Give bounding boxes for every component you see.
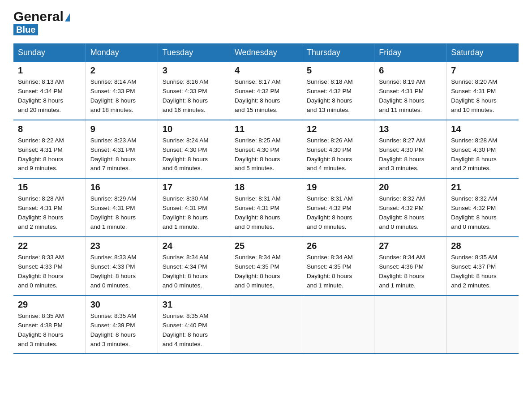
calendar-cell [374,295,446,354]
day-number: 20 [379,182,442,193]
calendar-cell: 20Sunrise: 8:32 AMSunset: 4:32 PMDayligh… [374,178,446,237]
day-info: Sunrise: 8:13 AMSunset: 4:34 PMDaylight:… [18,77,81,115]
day-info: Sunrise: 8:35 AMSunset: 4:38 PMDaylight:… [18,312,81,349]
week-row-5: 29Sunrise: 8:35 AMSunset: 4:38 PMDayligh… [13,295,519,354]
day-info: Sunrise: 8:30 AMSunset: 4:31 PMDaylight:… [163,194,225,232]
calendar-cell: 19Sunrise: 8:31 AMSunset: 4:32 PMDayligh… [302,178,374,237]
day-number: 17 [163,182,225,193]
day-number: 16 [90,182,153,193]
day-info: Sunrise: 8:35 AMSunset: 4:37 PMDaylight:… [451,253,514,291]
calendar-cell: 24Sunrise: 8:34 AMSunset: 4:34 PMDayligh… [158,237,230,295]
day-number: 21 [451,182,514,193]
calendar-cell: 21Sunrise: 8:32 AMSunset: 4:32 PMDayligh… [446,178,519,237]
calendar-cell: 9Sunrise: 8:23 AMSunset: 4:31 PMDaylight… [86,120,158,179]
day-number: 26 [307,241,369,251]
day-info: Sunrise: 8:25 AMSunset: 4:30 PMDaylight:… [235,136,297,174]
week-row-1: 1Sunrise: 8:13 AMSunset: 4:34 PMDaylight… [13,62,519,120]
day-info: Sunrise: 8:34 AMSunset: 4:35 PMDaylight:… [235,253,297,291]
calendar-cell: 26Sunrise: 8:34 AMSunset: 4:35 PMDayligh… [302,237,374,295]
calendar-cell [302,295,374,354]
calendar-cell: 23Sunrise: 8:33 AMSunset: 4:33 PMDayligh… [86,237,158,295]
calendar-cell: 17Sunrise: 8:30 AMSunset: 4:31 PMDayligh… [158,178,230,237]
header-sunday: Sunday [13,43,86,62]
day-number: 27 [379,241,442,251]
day-number: 4 [235,65,297,76]
calendar-cell: 10Sunrise: 8:24 AMSunset: 4:30 PMDayligh… [158,120,230,179]
day-info: Sunrise: 8:23 AMSunset: 4:31 PMDaylight:… [90,136,153,174]
calendar-cell: 25Sunrise: 8:34 AMSunset: 4:35 PMDayligh… [230,237,302,295]
day-info: Sunrise: 8:33 AMSunset: 4:33 PMDaylight:… [90,253,153,291]
day-info: Sunrise: 8:14 AMSunset: 4:33 PMDaylight:… [90,77,153,115]
calendar-cell: 3Sunrise: 8:16 AMSunset: 4:33 PMDaylight… [158,62,230,120]
logo: General Blue [13,9,70,35]
day-info: Sunrise: 8:22 AMSunset: 4:31 PMDaylight:… [18,136,81,174]
day-info: Sunrise: 8:32 AMSunset: 4:32 PMDaylight:… [379,194,442,232]
day-number: 12 [307,124,369,134]
day-number: 29 [18,300,81,310]
calendar-header-row: SundayMondayTuesdayWednesdayThursdayFrid… [13,43,519,62]
day-number: 14 [451,124,514,134]
calendar-cell: 4Sunrise: 8:17 AMSunset: 4:32 PMDaylight… [230,62,302,120]
calendar-cell: 27Sunrise: 8:34 AMSunset: 4:36 PMDayligh… [374,237,446,295]
calendar-cell: 12Sunrise: 8:26 AMSunset: 4:30 PMDayligh… [302,120,374,179]
calendar-cell: 18Sunrise: 8:31 AMSunset: 4:31 PMDayligh… [230,178,302,237]
header-thursday: Thursday [302,43,374,62]
calendar-cell: 15Sunrise: 8:28 AMSunset: 4:31 PMDayligh… [13,178,86,237]
day-number: 6 [379,65,442,76]
day-number: 11 [235,124,297,134]
day-number: 8 [18,124,81,134]
day-info: Sunrise: 8:32 AMSunset: 4:32 PMDaylight:… [451,194,514,232]
day-info: Sunrise: 8:26 AMSunset: 4:30 PMDaylight:… [307,136,369,174]
header: General Blue [13,9,519,35]
header-monday: Monday [86,43,158,62]
calendar-cell: 28Sunrise: 8:35 AMSunset: 4:37 PMDayligh… [446,237,519,295]
day-number: 7 [451,65,514,76]
day-info: Sunrise: 8:31 AMSunset: 4:32 PMDaylight:… [307,194,369,232]
calendar-table: SundayMondayTuesdayWednesdayThursdayFrid… [13,43,519,354]
day-info: Sunrise: 8:18 AMSunset: 4:32 PMDaylight:… [307,77,369,115]
calendar-cell: 8Sunrise: 8:22 AMSunset: 4:31 PMDaylight… [13,120,86,179]
calendar-cell: 30Sunrise: 8:35 AMSunset: 4:39 PMDayligh… [86,295,158,354]
calendar-cell: 14Sunrise: 8:28 AMSunset: 4:30 PMDayligh… [446,120,519,179]
day-number: 1 [18,65,81,76]
logo-triangle-icon [65,13,70,21]
day-number: 25 [235,241,297,251]
day-info: Sunrise: 8:34 AMSunset: 4:34 PMDaylight:… [163,253,225,291]
day-number: 10 [163,124,225,134]
logo-general-text: General [13,9,64,24]
day-info: Sunrise: 8:27 AMSunset: 4:30 PMDaylight:… [379,136,442,174]
day-number: 13 [379,124,442,134]
day-info: Sunrise: 8:34 AMSunset: 4:36 PMDaylight:… [379,253,442,291]
day-info: Sunrise: 8:35 AMSunset: 4:39 PMDaylight:… [90,312,153,349]
day-info: Sunrise: 8:28 AMSunset: 4:31 PMDaylight:… [18,194,81,232]
day-number: 18 [235,182,297,193]
day-info: Sunrise: 8:33 AMSunset: 4:33 PMDaylight:… [18,253,81,291]
calendar-cell [446,295,519,354]
day-info: Sunrise: 8:16 AMSunset: 4:33 PMDaylight:… [163,77,225,115]
week-row-2: 8Sunrise: 8:22 AMSunset: 4:31 PMDaylight… [13,120,519,179]
day-info: Sunrise: 8:31 AMSunset: 4:31 PMDaylight:… [235,194,297,232]
calendar-cell: 1Sunrise: 8:13 AMSunset: 4:34 PMDaylight… [13,62,86,120]
header-saturday: Saturday [446,43,519,62]
calendar-cell: 13Sunrise: 8:27 AMSunset: 4:30 PMDayligh… [374,120,446,179]
day-info: Sunrise: 8:17 AMSunset: 4:32 PMDaylight:… [235,77,297,115]
header-friday: Friday [374,43,446,62]
day-number: 5 [307,65,369,76]
day-number: 15 [18,182,81,193]
day-number: 28 [451,241,514,251]
week-row-3: 15Sunrise: 8:28 AMSunset: 4:31 PMDayligh… [13,178,519,237]
day-info: Sunrise: 8:34 AMSunset: 4:35 PMDaylight:… [307,253,369,291]
calendar-cell: 7Sunrise: 8:20 AMSunset: 4:31 PMDaylight… [446,62,519,120]
day-number: 2 [90,65,153,76]
day-number: 19 [307,182,369,193]
day-number: 9 [90,124,153,134]
day-number: 31 [163,300,225,310]
calendar-cell: 2Sunrise: 8:14 AMSunset: 4:33 PMDaylight… [86,62,158,120]
day-number: 24 [163,241,225,251]
calendar-cell: 16Sunrise: 8:29 AMSunset: 4:31 PMDayligh… [86,178,158,237]
day-info: Sunrise: 8:28 AMSunset: 4:30 PMDaylight:… [451,136,514,174]
calendar-cell: 5Sunrise: 8:18 AMSunset: 4:32 PMDaylight… [302,62,374,120]
calendar-cell: 31Sunrise: 8:35 AMSunset: 4:40 PMDayligh… [158,295,230,354]
calendar-cell: 6Sunrise: 8:19 AMSunset: 4:31 PMDaylight… [374,62,446,120]
logo-blue-text: Blue [13,24,38,35]
